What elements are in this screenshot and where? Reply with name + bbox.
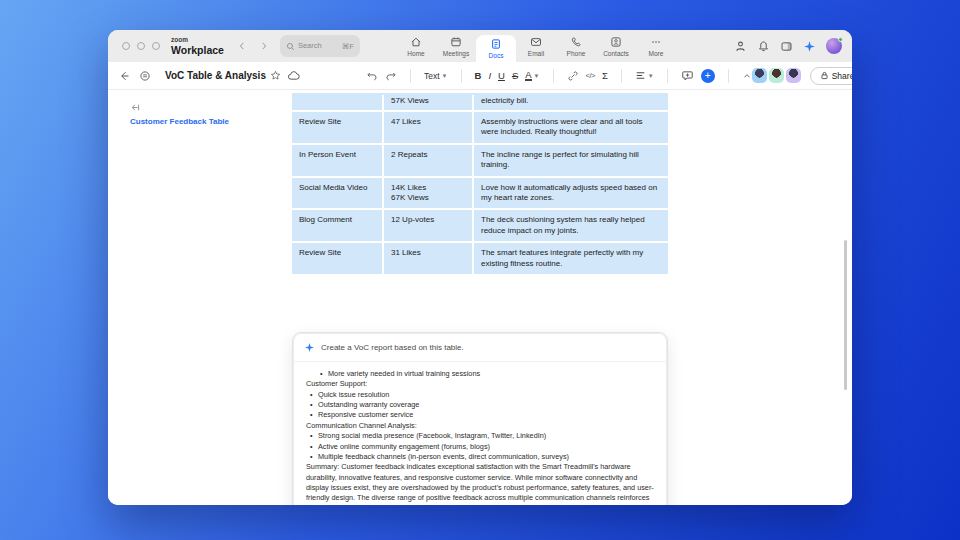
minimize-window-button[interactable] [137, 42, 145, 50]
ai-sparkle-icon [304, 342, 315, 353]
email-icon [530, 36, 542, 48]
link-icon[interactable] [567, 70, 579, 82]
cell-feedback: electricity bill. [472, 95, 668, 110]
ai-companion-panel: Create a VoC report based on this table.… [292, 332, 668, 505]
ai-bullet: More variety needed in virtual training … [306, 369, 654, 379]
ai-bullet: Responsive customer service [306, 410, 654, 420]
formula-icon[interactable]: Σ [602, 70, 608, 81]
table-row[interactable]: 57K Views electricity bill. [292, 93, 668, 112]
cell-feedback: Assembly instructions were clear and all… [472, 112, 668, 143]
collaborator-avatar[interactable] [786, 68, 801, 83]
document-title[interactable]: VoC Table & Analysis [165, 70, 266, 81]
collab-tools: Share [752, 67, 852, 85]
tab-home[interactable]: Home [396, 30, 436, 62]
back-nav-icon[interactable] [237, 41, 247, 51]
notifications-bell-icon[interactable] [757, 40, 770, 53]
undo-icon[interactable] [366, 70, 378, 82]
text-style-dropdown[interactable]: Text▼ [424, 71, 448, 81]
phone-icon [570, 36, 582, 48]
cell-source: In Person Event [292, 145, 382, 176]
sidebar-collapse-icon[interactable] [130, 102, 141, 113]
contacts-icon [610, 36, 622, 48]
user-avatar[interactable] [826, 38, 842, 54]
sidebar-item-customer-feedback-table[interactable]: Customer Feedback Table [130, 117, 229, 126]
page-scrollbar[interactable] [844, 240, 847, 390]
chevron-down-icon: ▼ [648, 73, 654, 79]
ai-heading: Communication Channel Analysis: [306, 421, 654, 431]
italic-button[interactable]: I [488, 70, 491, 81]
bold-button[interactable]: B [475, 70, 482, 81]
document-toolbar: VoC Table & Analysis Text▼ B I U S A▼ </… [108, 62, 852, 90]
code-icon[interactable]: </> [586, 71, 595, 80]
align-dropdown[interactable]: ▼ [635, 70, 654, 81]
logo-workplace-text: Workplace [171, 45, 224, 56]
text-color-dropdown[interactable]: A▼ [525, 70, 539, 82]
table-row[interactable]: Review Site 47 Likes Assembly instructio… [292, 112, 668, 145]
docs-home-icon[interactable] [139, 70, 151, 82]
cell-feedback: The incline range is perfect for simulat… [472, 145, 668, 176]
tab-phone[interactable]: Phone [556, 30, 596, 62]
cell-source: Review Site [292, 112, 382, 143]
search-icon [286, 42, 295, 51]
collaborator-avatar[interactable] [769, 68, 784, 83]
table-row[interactable]: Blog Comment 12 Up-votes The deck cushio… [292, 210, 668, 243]
history-nav [237, 41, 269, 51]
cell-feedback: Love how it automatically adjusts speed … [472, 178, 668, 209]
ai-result-text: More variety needed in virtual training … [294, 362, 666, 505]
comment-icon[interactable] [681, 69, 694, 82]
divider [461, 69, 462, 83]
cell-metric: 47 Likes [382, 112, 472, 143]
cell-source: Review Site [292, 243, 382, 274]
cloud-sync-icon[interactable] [287, 69, 300, 82]
tab-email[interactable]: Email [516, 30, 556, 62]
back-icon[interactable] [118, 70, 130, 82]
tab-docs[interactable]: Docs [476, 35, 516, 62]
chevron-down-icon: ▼ [442, 73, 448, 79]
close-window-button[interactable] [122, 42, 130, 50]
table-row[interactable]: In Person Event 2 Repeats The incline ra… [292, 145, 668, 178]
tab-meetings[interactable]: Meetings [436, 30, 476, 62]
cell-feedback: The smart features integrate perfectly w… [472, 243, 668, 274]
collaborator-avatar[interactable] [752, 68, 767, 83]
strikethrough-button[interactable]: S [512, 70, 518, 81]
lock-icon [820, 71, 829, 80]
collaborator-avatars [752, 68, 801, 83]
favorite-star-icon[interactable] [270, 70, 281, 81]
zoom-window-button[interactable] [152, 42, 160, 50]
divider [621, 69, 622, 83]
ai-companion-icon[interactable] [803, 40, 816, 53]
zoom-workplace-logo: zoom Workplace [171, 37, 224, 55]
cell-metric: 57K Views [382, 95, 472, 110]
formatting-tools: Text▼ B I U S A▼ </> Σ ▼ + [366, 69, 752, 83]
redo-icon[interactable] [385, 70, 397, 82]
ai-prompt-text: Create a VoC report based on this table. [321, 343, 464, 352]
tab-more[interactable]: More [636, 30, 676, 62]
ai-bullet: Strong social media presence (Facebook, … [306, 431, 654, 441]
underline-button[interactable]: U [498, 70, 505, 81]
ai-bullet: Active online community engagement (foru… [306, 442, 654, 452]
more-icon [650, 36, 662, 48]
search-shortcut: ⌘F [342, 42, 354, 51]
global-search-input[interactable]: Search ⌘F [280, 35, 360, 57]
collapse-toolbar-icon[interactable] [742, 71, 752, 81]
profile-icon[interactable] [734, 40, 747, 53]
side-panel-toggle-icon[interactable] [780, 40, 793, 53]
forward-nav-icon[interactable] [259, 41, 269, 51]
table-row[interactable]: Social Media Video 14K Likes 67K Views L… [292, 178, 668, 211]
titlebar-right-icons [734, 30, 842, 62]
chevron-down-icon: ▼ [534, 73, 540, 79]
ai-heading: Customer Support: [306, 379, 654, 389]
ai-summary: Summary: Customer feedback indicates exc… [306, 462, 654, 505]
ai-prompt-row: Create a VoC report based on this table. [294, 334, 666, 362]
table-row[interactable]: Review Site 31 Likes The smart features … [292, 243, 668, 276]
divider [667, 69, 668, 83]
ai-add-button[interactable]: + [701, 69, 715, 83]
cell-metric: 12 Up-votes [382, 210, 472, 241]
cell-source [292, 105, 382, 110]
ai-bullet: Quick issue resolution [306, 390, 654, 400]
cell-metric: 31 Likes [382, 243, 472, 274]
meetings-icon [450, 36, 462, 48]
app-tabs: Home Meetings Docs Email Phone Contacts [396, 30, 676, 62]
tab-contacts[interactable]: Contacts [596, 30, 636, 62]
share-button[interactable]: Share [810, 67, 852, 85]
